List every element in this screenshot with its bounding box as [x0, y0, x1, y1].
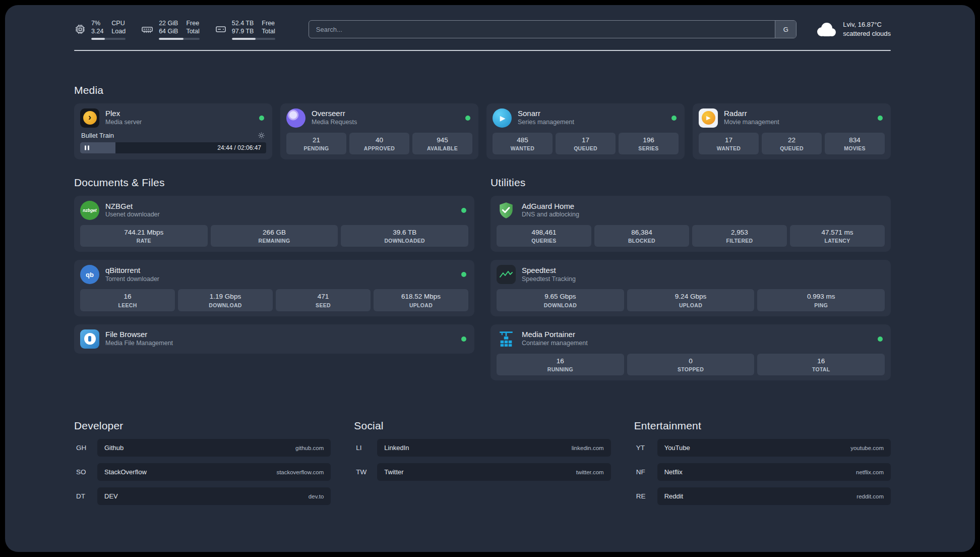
stat-rate: 744.21 MbpsRATE — [80, 225, 208, 247]
status-dot — [465, 116, 470, 121]
stat-wanted: 485WANTED — [493, 133, 553, 154]
cloud-icon — [815, 22, 837, 37]
overseerr-card[interactable]: Overseerr Media Requests 21PENDING 40APP… — [280, 103, 478, 159]
stat-seed: 471SEED — [276, 289, 371, 311]
plex-card[interactable]: › Plex Media server Bullet Train — [74, 103, 272, 159]
plex-icon: › — [80, 108, 99, 128]
now-playing-title: Bullet Train — [81, 132, 114, 139]
gear-icon[interactable] — [258, 132, 265, 139]
memory-widget: 22 GiB 64 GiB Free Total — [141, 19, 200, 40]
service-name: NZBGet — [105, 202, 160, 211]
stat-leech: 16LEECH — [80, 289, 175, 311]
bookmark-netflix[interactable]: NF Netflixnetflix.com — [634, 463, 891, 481]
sonarr-card[interactable]: ▶ Sonarr Series management 485WANTED 17Q… — [486, 103, 685, 159]
stat-upload: 618.52 MbpsUPLOAD — [374, 289, 468, 311]
bookmark-dev[interactable]: DT DEVdev.to — [74, 487, 331, 505]
service-subtitle: Speedtest Tracking — [522, 275, 576, 284]
playback-time: 24:44 / 02:06:47 — [217, 144, 261, 151]
stat-pending: 21PENDING — [286, 133, 346, 154]
bookmark-stackoverflow[interactable]: SO StackOverflowstackoverflow.com — [74, 463, 331, 481]
dashboard: 7% 3.24 CPU Load 22 GiB — [5, 5, 975, 552]
adguard-icon — [497, 201, 516, 220]
stat-running: 16RUNNING — [497, 354, 624, 375]
stat-queries: 498,461QUERIES — [497, 225, 591, 247]
qbittorrent-card[interactable]: qb qBittorrent Torrent downloader 16LEEC… — [74, 260, 474, 316]
service-subtitle: Movie management — [724, 119, 779, 127]
search-bar: G — [309, 20, 797, 38]
stat-series: 196SERIES — [619, 133, 679, 154]
playback-progress-bar: 24:44 / 02:06:47 — [80, 142, 266, 153]
bookmark-abbr: DT — [74, 487, 97, 505]
portainer-icon — [497, 329, 516, 349]
memory-usage-bar — [159, 38, 200, 40]
service-name: Radarr — [724, 109, 779, 119]
status-dot — [461, 272, 466, 277]
filebrowser-card[interactable]: File Browser Media File Management — [74, 324, 474, 354]
service-name: Overseerr — [312, 109, 357, 119]
utilities-section-title: Utilities — [491, 177, 891, 189]
bookmark-twitter[interactable]: TW Twittertwitter.com — [354, 463, 610, 481]
cpu-load-label: Load — [111, 27, 126, 35]
bookmark-abbr: NF — [634, 463, 657, 481]
service-name: Speedtest — [522, 266, 576, 275]
stat-upload: 9.24 GbpsUPLOAD — [627, 289, 755, 311]
cpu-usage-bar — [91, 38, 126, 40]
service-subtitle: Series management — [518, 119, 574, 127]
disk-widget: 52.4 TB 97.9 TB Free Total — [215, 19, 275, 40]
bookmark-reddit[interactable]: RE Redditreddit.com — [634, 487, 891, 505]
documents-section: Documents & Files nzbget NZBGet Usenet d… — [74, 177, 474, 380]
service-subtitle: Media server — [105, 119, 142, 127]
filebrowser-icon — [80, 329, 99, 349]
media-section: Media › Plex Media server Bullet Train — [74, 84, 891, 159]
stat-movies: 834MOVIES — [825, 133, 885, 154]
bookmarks-social: Social LI LinkedInlinkedin.com TW Twitte… — [354, 420, 610, 505]
memory-total-label: Total — [186, 27, 199, 35]
bookmark-youtube[interactable]: YT YouTubeyoutube.com — [634, 439, 891, 457]
disk-icon — [215, 23, 227, 35]
nzbget-icon: nzbget — [80, 201, 99, 220]
topbar: 7% 3.24 CPU Load 22 GiB — [74, 19, 891, 40]
disk-total-value: 97.9 TB — [232, 27, 254, 35]
service-subtitle: Media Requests — [312, 119, 357, 127]
stat-stopped: 0STOPPED — [627, 354, 755, 375]
bookmark-abbr: TW — [354, 463, 377, 481]
stat-available: 945AVAILABLE — [412, 133, 472, 154]
disk-total-label: Total — [262, 27, 275, 35]
weather-location: Lviv, 16.87°C — [843, 20, 891, 29]
status-dot — [461, 337, 466, 342]
portainer-card[interactable]: Media Portainer Container management 16R… — [491, 324, 891, 380]
radarr-card[interactable]: ▶ Radarr Movie management 17WANTED 22QUE… — [693, 103, 891, 159]
status-dot — [461, 208, 466, 213]
memory-free-value: 22 GiB — [159, 19, 178, 27]
status-dot — [878, 337, 883, 342]
overseerr-icon — [286, 108, 305, 128]
service-subtitle: Torrent downloader — [105, 275, 159, 284]
utilities-section: Utilities AdGuard Home DNS and adblockin… — [491, 177, 891, 380]
bookmark-github[interactable]: GH Githubgithub.com — [74, 439, 331, 457]
pause-icon[interactable] — [85, 145, 89, 150]
cpu-percent: 7% — [91, 19, 103, 27]
nzbget-card[interactable]: nzbget NZBGet Usenet downloader 744.21 M… — [74, 196, 474, 252]
bookmark-abbr: GH — [74, 439, 97, 457]
cpu-label: CPU — [111, 19, 126, 27]
stat-filtered: 2,953FILTERED — [692, 225, 787, 247]
social-section-title: Social — [354, 420, 610, 432]
sonarr-icon: ▶ — [493, 108, 512, 128]
speedtest-card[interactable]: Speedtest Speedtest Tracking 9.65 GbpsDO… — [491, 260, 891, 316]
search-input[interactable] — [309, 20, 797, 38]
search-provider-button[interactable]: G — [775, 21, 796, 38]
service-name: File Browser — [105, 330, 173, 340]
bookmarks-developer: Developer GH Githubgithub.com SO StackOv… — [74, 420, 331, 505]
documents-section-title: Documents & Files — [74, 177, 474, 189]
stat-download: 1.19 GbpsDOWNLOAD — [178, 289, 273, 311]
bookmark-linkedin[interactable]: LI LinkedInlinkedin.com — [354, 439, 610, 457]
service-subtitle: Usenet downloader — [105, 211, 160, 219]
disk-usage-bar — [232, 38, 275, 40]
memory-free-label: Free — [186, 19, 199, 27]
stat-download: 9.65 GbpsDOWNLOAD — [497, 289, 624, 311]
stat-blocked: 86,384BLOCKED — [594, 225, 689, 247]
adguard-card[interactable]: AdGuard Home DNS and adblocking 498,461Q… — [491, 196, 891, 252]
memory-total-value: 64 GiB — [159, 27, 178, 35]
media-section-title: Media — [74, 84, 891, 96]
stat-queued: 17QUEUED — [556, 133, 616, 154]
